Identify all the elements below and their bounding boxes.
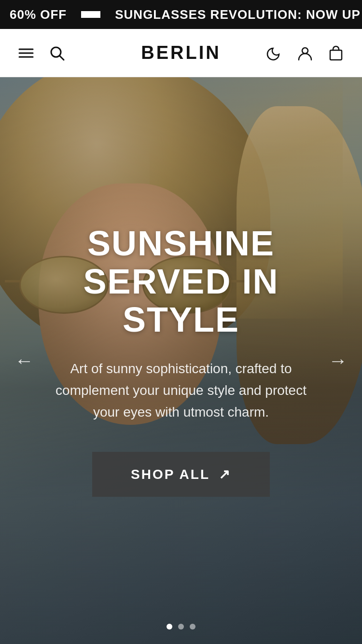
header-left <box>17 44 66 62</box>
dark-mode-button[interactable] <box>265 44 283 62</box>
hero-section: SUNSHINE SERVED IN STYLE Art of sunny so… <box>0 77 362 644</box>
hero-next-button[interactable]: → <box>328 350 348 372</box>
cart-button[interactable] <box>327 44 345 62</box>
hero-dot-1[interactable] <box>167 624 172 630</box>
hero-content: SUNSHINE SERVED IN STYLE Art of sunny so… <box>0 77 362 644</box>
search-button[interactable] <box>48 44 66 62</box>
site-logo[interactable]: BERLIN <box>141 42 221 63</box>
menu-button[interactable] <box>17 44 35 62</box>
svg-line-4 <box>60 56 64 60</box>
hamburger-icon <box>17 44 35 62</box>
hero-title: SUNSHINE SERVED IN STYLE <box>29 224 333 339</box>
hero-dots <box>167 624 195 630</box>
account-button[interactable] <box>296 44 314 62</box>
search-icon <box>48 44 66 62</box>
header: BERLIN <box>0 29 362 77</box>
announcement-text-full: SUNGLASSES REVOLUTION: NOW UP TO 60% OFF <box>105 7 362 22</box>
hero-dot-3[interactable] <box>190 624 195 630</box>
user-icon <box>296 44 314 62</box>
shop-all-button[interactable]: SHOP ALL ↗ <box>92 452 270 497</box>
hero-subtitle: Art of sunny sophistication, crafted to … <box>56 358 306 423</box>
svg-rect-6 <box>330 50 342 60</box>
announcement-bar: 60% OFF SUNGLASSES REVOLUTION: NOW UP TO… <box>0 0 362 29</box>
announcement-text: 60% OFF <box>0 7 76 22</box>
cta-label: SHOP ALL <box>131 467 210 482</box>
svg-point-5 <box>302 48 308 54</box>
hero-prev-button[interactable]: ← <box>14 350 34 372</box>
hero-dot-2[interactable] <box>178 624 184 630</box>
moon-icon <box>265 44 283 62</box>
header-right <box>265 44 345 62</box>
cta-arrow-icon: ↗ <box>219 466 231 482</box>
bag-icon <box>327 44 345 62</box>
